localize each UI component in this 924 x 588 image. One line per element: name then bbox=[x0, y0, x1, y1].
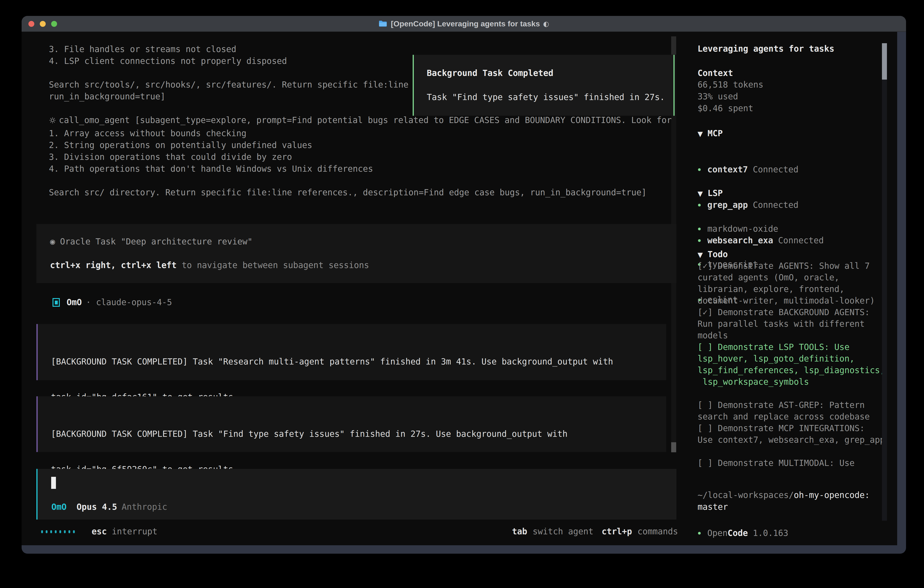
text-line: 3. Division operations that could divide… bbox=[49, 151, 647, 163]
sidebar-scrollbar-thumb[interactable] bbox=[882, 43, 887, 79]
text-line: 4. Path operations that don't handle Win… bbox=[49, 163, 647, 175]
text-line: Search src/ directory. Return specific f… bbox=[49, 187, 647, 198]
minimize-window-button[interactable] bbox=[40, 21, 46, 27]
spinner-icon bbox=[41, 530, 75, 533]
chevron-down-icon: ▼ bbox=[698, 249, 708, 261]
oracle-task-text: Oracle Task "Deep architecture review" bbox=[60, 237, 252, 246]
text-line: 1. Array access without bounds checking bbox=[49, 127, 647, 139]
task-message-line: [BACKGROUND TASK COMPLETED] Task "Find t… bbox=[51, 428, 666, 440]
text-line: lsp_hover, lsp_goto_definition, bbox=[698, 353, 885, 365]
text-line: [ ] Demonstrate MCP INTEGRATIONS: bbox=[698, 423, 885, 434]
lsp-section-heading: ▼LSP bbox=[698, 187, 723, 200]
mcp-server-row: context7Connected bbox=[698, 164, 824, 175]
esc-key-hint: esc bbox=[92, 526, 107, 537]
text-line: librarian, explore, frontend, bbox=[698, 283, 885, 295]
lsp-server-row: markdown-oxide bbox=[698, 223, 778, 235]
status-dot-icon bbox=[698, 168, 701, 171]
window-title-group: [OpenCode] Leveraging agents for tasks ◐ bbox=[379, 19, 549, 28]
text-line bbox=[698, 388, 885, 399]
toast-body: Task "Find type safety issues" finished … bbox=[427, 91, 665, 103]
text-line bbox=[49, 67, 409, 79]
text-line: 66,518 tokens bbox=[698, 79, 764, 91]
nav-keys: ctrl+x right, ctrl+x left bbox=[50, 260, 177, 270]
todo-section-heading: ▼Todo bbox=[698, 249, 728, 261]
tab-key-label: switch agent bbox=[533, 526, 593, 537]
text-line: [ ] Demonstrate LSP TOOLS: Use bbox=[698, 341, 885, 353]
todo-list: [✓] Demonstrate AGENTS: Show all 7curate… bbox=[698, 260, 885, 469]
mcp-heading-label: MCP bbox=[708, 129, 723, 138]
ctrlp-key-hint: ctrl+p bbox=[602, 526, 632, 537]
lsp-heading-label: LSP bbox=[708, 188, 723, 198]
tab-key-hint: tab bbox=[512, 526, 527, 537]
todo-heading-label: Todo bbox=[708, 249, 728, 259]
text-line: document-writer, multimodal-looker) bbox=[698, 295, 885, 307]
status-dot-icon bbox=[698, 532, 701, 535]
text-line: Search src/tools/, src/hooks/, src/featu… bbox=[49, 79, 409, 91]
sidebar-scrollbar-track[interactable] bbox=[882, 79, 887, 521]
fisheye-icon: ◉ bbox=[50, 236, 60, 248]
agent-model: · claude-opus-4-5 bbox=[86, 297, 172, 308]
agent-name: OmO bbox=[67, 297, 82, 308]
folder-icon bbox=[379, 20, 387, 27]
text-line: search and replace across codebase bbox=[698, 411, 885, 423]
mcp-server-name: context7 bbox=[707, 164, 748, 175]
text-line: 4. LSP client connections not properly d… bbox=[49, 55, 409, 67]
oracle-nav-hint: ctrl+x right, ctrl+x left to navigate be… bbox=[50, 259, 369, 271]
mcp-server-status: Connected bbox=[753, 164, 798, 175]
tui-content: 3. File handles or streams not closed4. … bbox=[21, 32, 897, 545]
text-line: [ ] Demonstrate MULTIMODAL: Use bbox=[698, 457, 885, 469]
session-progress-icon: ◐ bbox=[543, 20, 549, 28]
text-line: Use context7, websearch_exa, grep_app bbox=[698, 434, 885, 446]
text-line: 33% used bbox=[698, 91, 764, 102]
session-title: Leveraging agents for tasks bbox=[698, 43, 834, 55]
text-line: lsp_find_references, lsp_diagnostics, bbox=[698, 365, 885, 376]
text-line: models bbox=[698, 330, 885, 341]
active-agent-label: OmO bbox=[51, 501, 67, 513]
main-scrollbar-thumb-top[interactable] bbox=[671, 36, 676, 55]
tool-call-output: 1. Array access without bounds checking2… bbox=[49, 127, 647, 198]
agent-header: OmO · claude-opus-4-5 bbox=[53, 297, 172, 308]
lsp-server-name: markdown-oxide bbox=[707, 223, 778, 235]
oracle-task-box: ◉Oracle Task "Deep architecture review" … bbox=[36, 224, 676, 283]
window-title: [OpenCode] Leveraging agents for tasks bbox=[391, 19, 540, 28]
text-line: [✓] Demonstrate AGENTS: Show all 7 bbox=[698, 260, 885, 272]
app-name-bold: Code bbox=[728, 528, 748, 538]
esc-key-label: interrupt bbox=[112, 526, 157, 537]
main-scrollbar-thumb[interactable] bbox=[671, 442, 676, 452]
close-window-button[interactable] bbox=[28, 21, 34, 27]
text-line: $0.46 spent bbox=[698, 102, 764, 114]
gear-icon bbox=[49, 117, 56, 124]
text-line: [ ] Demonstrate AST-GREP: Pattern bbox=[698, 399, 885, 411]
ctrlp-key-label: commands bbox=[637, 526, 678, 537]
status-dot-icon bbox=[698, 228, 701, 230]
text-line: run_in_background=true] bbox=[49, 91, 409, 102]
text-line bbox=[49, 175, 647, 187]
scrollback-text: 3. File handles or streams not closed4. … bbox=[49, 43, 409, 102]
git-branch: master bbox=[698, 501, 728, 513]
text-line: curated agents (OmO, oracle, bbox=[698, 272, 885, 283]
text-cursor bbox=[51, 477, 56, 489]
prompt-input[interactable]: OmO Opus 4.5 Anthropic bbox=[36, 469, 676, 520]
tool-call-row: call_omo_agent [subagent_type=explore, p… bbox=[49, 114, 672, 126]
agent-checkbox-icon bbox=[53, 298, 60, 307]
text-line: [✓] Demonstrate BACKGROUND AGENTS: bbox=[698, 307, 885, 318]
mcp-server-status: Connected bbox=[778, 235, 824, 246]
chevron-down-icon: ▼ bbox=[698, 188, 708, 200]
active-model-label: Opus 4.5 bbox=[77, 501, 117, 513]
zoom-window-button[interactable] bbox=[51, 21, 57, 27]
model-selector-row: OmO Opus 4.5 Anthropic bbox=[51, 501, 167, 513]
mcp-section-heading: ▼MCP bbox=[698, 127, 723, 140]
text-line bbox=[698, 446, 885, 457]
toast-notification: Background Task Completed Task "Find typ… bbox=[412, 55, 675, 116]
workspace-path: ~/local-workspaces/oh-my-opencode: bbox=[698, 489, 870, 501]
task-message-line: [BACKGROUND TASK COMPLETED] Task "Resear… bbox=[51, 356, 666, 368]
app-name-dim: Open bbox=[707, 528, 728, 538]
workspace-path-name: oh-my-opencode: bbox=[794, 490, 870, 500]
text-line: 3. File handles or streams not closed bbox=[49, 43, 409, 55]
statusbar-right: tab switch agent ctrl+p commands bbox=[512, 526, 678, 537]
terminal-window: [OpenCode] Leveraging agents for tasks ◐… bbox=[21, 16, 906, 554]
app-version: 1.0.163 bbox=[753, 527, 788, 539]
text-line: 2. String operations on potentially unde… bbox=[49, 139, 647, 151]
app-version-row: OpenCode 1.0.163 bbox=[698, 527, 788, 539]
window-titlebar[interactable]: [OpenCode] Leveraging agents for tasks ◐ bbox=[21, 16, 906, 32]
